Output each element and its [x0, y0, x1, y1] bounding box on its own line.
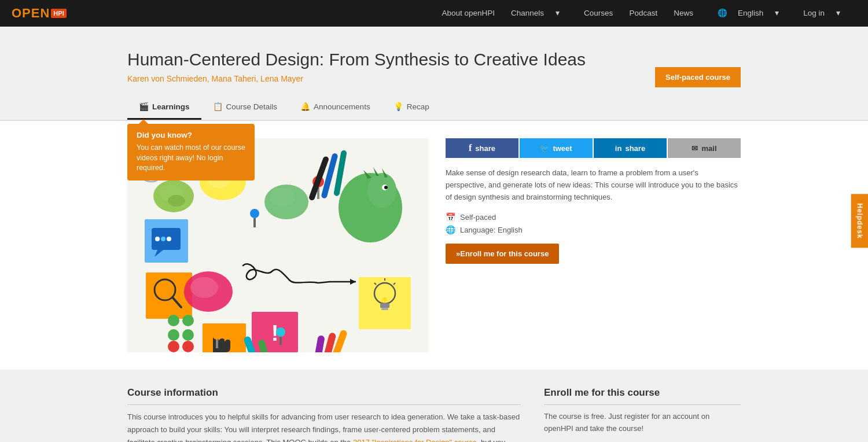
meta-language-label: Language: English — [460, 226, 523, 234]
enroll-section-text: The course is free. Just register for an… — [544, 411, 741, 435]
nav-item-podcast[interactable]: Podcast — [621, 0, 665, 27]
tab-learnings[interactable]: 🎬 Learnings — [127, 95, 201, 120]
course-meta: 📅 Self-paced 🌐 Language: English — [446, 212, 741, 234]
svg-point-37 — [190, 277, 218, 298]
svg-rect-60 — [216, 340, 218, 348]
tab-announcements-label: Announcements — [314, 102, 370, 111]
mail-icon: ✉ — [692, 144, 698, 153]
logo-text: OPEN — [12, 6, 50, 21]
nav-item-news[interactable]: News — [665, 0, 701, 27]
course-sidebar: f share 🐦 tweet in share ✉ mail Make sen… — [446, 138, 741, 352]
globe-icon: 🌐 — [709, 0, 735, 27]
enroll-section: Enroll me for this course The course is … — [544, 387, 741, 442]
tooltip-body: You can watch most of our course videos … — [137, 143, 245, 174]
tabs-list: 🎬 Learnings 📋 Course Details 🔔 Announcem… — [127, 95, 741, 120]
tab-recap[interactable]: 💡 Recap — [382, 95, 441, 120]
brand-logo[interactable]: OPEN HPI — [12, 6, 67, 21]
chevron-icon: ▾ — [767, 0, 787, 27]
tab-learnings-label: Learnings — [152, 102, 190, 111]
tab-recap-label: Recap — [407, 102, 429, 111]
svg-point-14 — [167, 237, 171, 241]
svg-point-59 — [212, 330, 222, 340]
nav-item-courses[interactable]: Courses — [576, 0, 621, 27]
tab-course-details-label: Course Details — [226, 102, 278, 111]
bell-icon: 🔔 — [300, 102, 310, 111]
chevron-icon: ▾ — [828, 0, 848, 27]
chevron-icon: ▾ — [547, 0, 568, 27]
course-info-section: Course information This course introduce… — [127, 387, 521, 442]
svg-rect-43 — [381, 308, 388, 310]
svg-point-32 — [384, 186, 388, 189]
svg-point-27 — [367, 173, 396, 208]
tooltip-popup: Did you know? You can watch most of our … — [127, 124, 255, 181]
svg-point-21 — [270, 188, 295, 207]
svg-rect-25 — [253, 218, 256, 227]
svg-point-55 — [168, 341, 179, 352]
svg-rect-42 — [380, 303, 389, 308]
svg-point-56 — [182, 341, 194, 352]
course-info-link[interactable]: 2017 "Inspirations for Design" course — [353, 438, 477, 442]
tab-course-details[interactable]: 📋 Course Details — [201, 95, 289, 120]
linkedin-icon: in — [615, 144, 622, 153]
helpdesk-button[interactable]: Helpdesk — [851, 194, 868, 248]
share-linkedin-button[interactable]: in share — [594, 138, 667, 158]
nav-item-channels[interactable]: Channels ▾ — [503, 0, 576, 27]
nav-links: About openHPI Channels ▾ Courses Podcast… — [433, 0, 856, 27]
video-icon: 🎬 — [139, 102, 149, 111]
nav-item-login[interactable]: Log in ▾ — [795, 0, 856, 27]
svg-point-57 — [168, 315, 179, 326]
nav-item-language[interactable]: 🌐 English ▾ — [701, 0, 795, 27]
navbar: OPEN HPI About openHPI Channels ▾ Course… — [0, 0, 868, 27]
share-buttons: f share 🐦 tweet in share ✉ mail — [446, 138, 741, 158]
enroll-course-button[interactable]: »Enroll me for this course — [446, 244, 559, 264]
share-mail-button[interactable]: ✉ mail — [668, 138, 741, 158]
share-twitter-button[interactable]: 🐦 tweet — [520, 138, 593, 158]
course-authors: Karen von Schmieden, Mana Taheri, Lena M… — [127, 74, 741, 83]
enroll-section-title: Enroll me for this course — [544, 387, 741, 405]
logo-box: HPI — [51, 9, 66, 18]
facebook-icon: f — [469, 143, 472, 153]
svg-rect-67 — [279, 337, 282, 345]
calendar-icon: 📅 — [446, 212, 455, 222]
svg-point-66 — [276, 327, 285, 337]
tab-announcements[interactable]: 🔔 Announcements — [289, 95, 382, 120]
meta-language: 🌐 Language: English — [446, 225, 741, 234]
details-icon: 📋 — [213, 102, 223, 111]
twitter-icon: 🐦 — [540, 144, 549, 153]
language-icon: 🌐 — [446, 225, 455, 234]
svg-point-13 — [161, 237, 165, 241]
meta-paced-label: Self-paced — [460, 213, 496, 222]
svg-point-53 — [168, 329, 179, 341]
course-description: Make sense of design research data, lear… — [446, 167, 741, 203]
svg-point-58 — [182, 315, 194, 326]
header-wrapper: Self-paced course Human-Centered Design:… — [0, 27, 868, 121]
lower-section: Course information This course introduce… — [0, 370, 868, 442]
course-title: Human-Centered Design: From Synthesis to… — [127, 50, 741, 69]
svg-point-12 — [155, 237, 160, 241]
bulb-icon: 💡 — [393, 102, 403, 111]
meta-self-paced: 📅 Self-paced — [446, 212, 741, 222]
course-info-text: This course introduces you to helpful sk… — [127, 411, 521, 442]
tabs-container: 🎬 Learnings 📋 Course Details 🔔 Announcem… — [0, 95, 868, 121]
svg-point-8 — [168, 195, 185, 207]
nav-item-about[interactable]: About openHPI — [433, 0, 503, 27]
tooltip-title: Did you know? — [137, 131, 245, 139]
svg-point-54 — [182, 329, 194, 341]
svg-point-24 — [250, 209, 259, 218]
share-facebook-button[interactable]: f share — [446, 138, 518, 158]
self-paced-badge[interactable]: Self-paced course — [655, 67, 741, 87]
course-info-title: Course information — [127, 387, 521, 405]
